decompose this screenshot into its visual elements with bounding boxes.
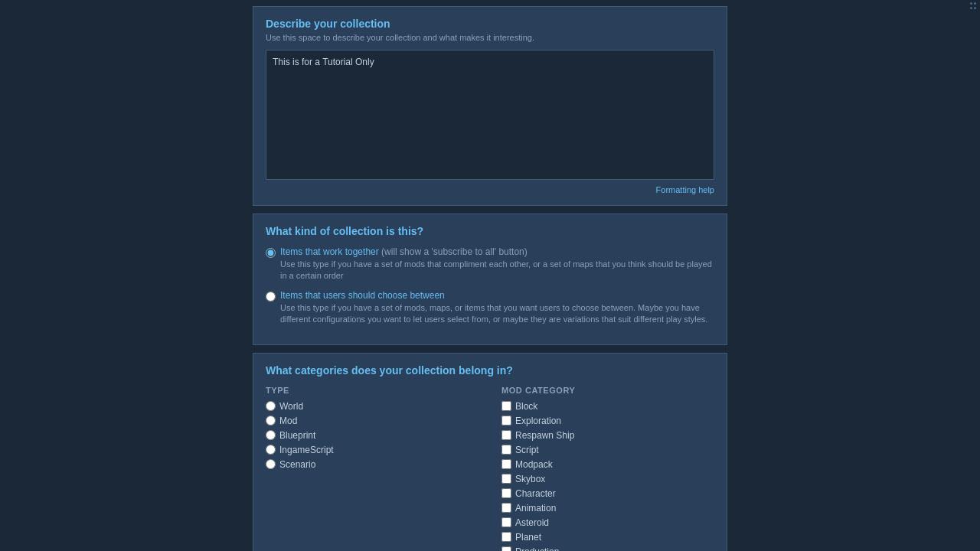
collection-type-section: What kind of collection is this? Items t…	[253, 214, 727, 345]
cat-script-checkbox[interactable]	[501, 445, 511, 455]
cat-animation-label[interactable]: Animation	[515, 503, 556, 514]
type-blueprint: Blueprint	[266, 430, 479, 441]
cat-asteroid: Asteroid	[501, 517, 714, 528]
type-column-header: TYPE	[266, 386, 479, 395]
describe-title: Describe your collection	[266, 18, 714, 30]
cat-respawn-ship: Respawn Ship	[501, 430, 714, 441]
formatting-help-link[interactable]: Formatting help	[266, 185, 714, 194]
type-scenario-radio[interactable]	[266, 459, 276, 469]
cat-character-label[interactable]: Character	[515, 488, 556, 499]
cat-production-checkbox[interactable]	[501, 546, 511, 551]
cat-block: Block	[501, 401, 714, 412]
cat-exploration-label[interactable]: Exploration	[515, 416, 561, 426]
type-column: TYPE World Mod Blueprint	[266, 386, 479, 551]
radio-work-together-suffix: (will show a 'subscribe to all' button)	[381, 246, 528, 257]
cat-character: Character	[501, 488, 714, 499]
radio-work-together-title: Items that work together (will show a 's…	[280, 246, 714, 257]
radio-choose-between[interactable]	[266, 292, 276, 302]
describe-subtitle: Use this space to describe your collecti…	[266, 33, 714, 42]
describe-section: Describe your collection Use this space …	[253, 6, 727, 206]
type-world-label[interactable]: World	[279, 401, 303, 412]
categories-grid: TYPE World Mod Blueprint	[266, 386, 714, 551]
radio-choose-between-bold: Items that users should choose between	[280, 290, 445, 301]
cat-modpack-label[interactable]: Modpack	[515, 459, 553, 470]
radio-work-together-label-container: Items that work together (will show a 's…	[280, 246, 714, 282]
cat-respawn-ship-checkbox[interactable]	[501, 430, 511, 440]
type-blueprint-radio[interactable]	[266, 430, 276, 440]
radio-work-together[interactable]	[266, 248, 276, 258]
main-content: Describe your collection Use this space …	[253, 6, 727, 545]
cat-planet-checkbox[interactable]	[501, 532, 511, 542]
type-ingamescript: IngameScript	[266, 445, 479, 455]
cat-animation-checkbox[interactable]	[501, 503, 511, 513]
type-ingamescript-label[interactable]: IngameScript	[279, 445, 334, 455]
cat-planet-label[interactable]: Planet	[515, 532, 541, 543]
cat-animation: Animation	[501, 503, 714, 514]
type-mod-label[interactable]: Mod	[279, 416, 297, 426]
cat-script: Script	[501, 445, 714, 455]
cat-skybox: Skybox	[501, 474, 714, 484]
cat-exploration-checkbox[interactable]	[501, 416, 511, 425]
radio-work-together-bold: Items that work together	[280, 246, 379, 257]
kind-section-title: What kind of collection is this?	[266, 225, 714, 237]
mod-category-column: MOD CATEGORY Block Exploration Respawn S…	[501, 386, 714, 551]
cat-asteroid-checkbox[interactable]	[501, 517, 511, 527]
type-world: World	[266, 401, 479, 412]
cat-modpack-checkbox[interactable]	[501, 459, 511, 469]
categories-section: What categories does your collection bel…	[253, 353, 727, 551]
radio-option-work-together: Items that work together (will show a 's…	[266, 246, 714, 282]
cat-asteroid-label[interactable]: Asteroid	[515, 517, 549, 528]
page-wrapper: Describe your collection Use this space …	[0, 0, 980, 551]
cat-skybox-checkbox[interactable]	[501, 474, 511, 484]
type-world-radio[interactable]	[266, 401, 276, 411]
radio-choose-between-title: Items that users should choose between	[280, 290, 714, 301]
radio-option-choose-between: Items that users should choose between U…	[266, 290, 714, 326]
cat-respawn-ship-label[interactable]: Respawn Ship	[515, 430, 574, 441]
cat-exploration: Exploration	[501, 416, 714, 426]
mod-category-column-header: MOD CATEGORY	[501, 386, 714, 395]
radio-work-together-desc: Use this type if you have a set of mods …	[280, 259, 714, 282]
cat-production-label[interactable]: Production	[515, 546, 559, 551]
cat-block-checkbox[interactable]	[501, 401, 511, 411]
cat-planet: Planet	[501, 532, 714, 543]
cat-production: Production	[501, 546, 714, 551]
cat-block-label[interactable]: Block	[515, 401, 537, 412]
categories-title: What categories does your collection bel…	[266, 364, 714, 377]
cat-modpack: Modpack	[501, 459, 714, 470]
type-mod-radio[interactable]	[266, 416, 276, 425]
description-textarea[interactable]: This is for a Tutorial Only	[266, 50, 714, 180]
type-scenario: Scenario	[266, 459, 479, 470]
type-mod: Mod	[266, 416, 479, 426]
type-blueprint-label[interactable]: Blueprint	[279, 430, 315, 441]
radio-choose-between-desc: Use this type if you have a set of mods,…	[280, 302, 714, 326]
cat-character-checkbox[interactable]	[501, 488, 511, 498]
type-scenario-label[interactable]: Scenario	[279, 459, 315, 470]
cat-script-label[interactable]: Script	[515, 445, 539, 455]
cat-skybox-label[interactable]: Skybox	[515, 474, 545, 484]
radio-choose-between-label-container: Items that users should choose between U…	[280, 290, 714, 326]
type-ingamescript-radio[interactable]	[266, 445, 276, 455]
